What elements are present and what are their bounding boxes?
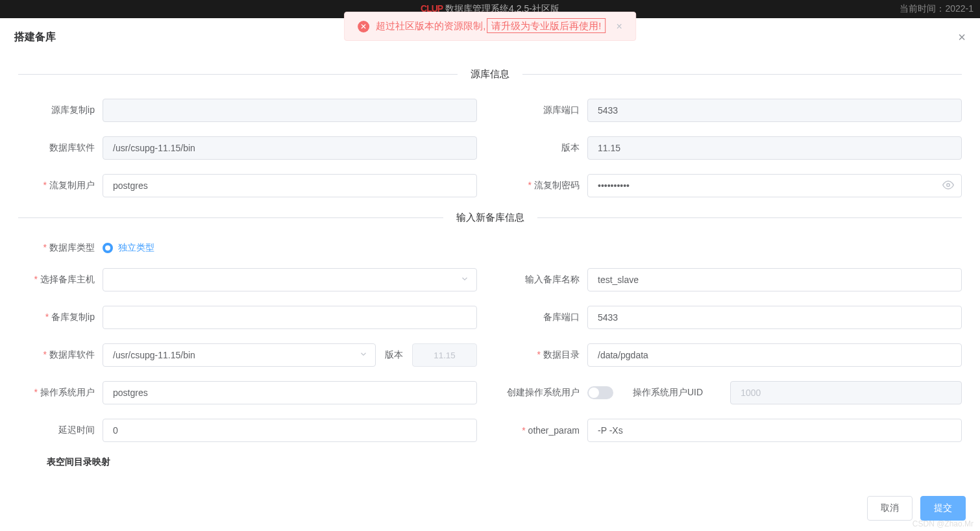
repl-user-input[interactable]: [103, 174, 477, 197]
other-param-label: other_param: [503, 425, 587, 436]
section-divider-source: 源库信息: [18, 68, 962, 80]
data-dir-input[interactable]: [587, 343, 962, 367]
current-time: 当前时间：2022-1: [900, 3, 974, 15]
repl-pass-input[interactable]: [587, 174, 962, 197]
create-os-user-switch[interactable]: [587, 386, 613, 399]
os-user-input[interactable]: [103, 381, 477, 404]
section-divider-target: 输入新备库信息: [18, 212, 962, 224]
close-icon[interactable]: ×: [617, 21, 622, 32]
input-name-input[interactable]: [587, 268, 962, 291]
src-port-label: 源库端口: [503, 105, 587, 116]
target-version-input: [412, 343, 477, 367]
db-software-input[interactable]: [103, 136, 477, 160]
create-os-user-label: 创建操作系统用户: [503, 387, 587, 399]
page-title: 搭建备库: [14, 31, 56, 44]
tablespace-label: 表空间目录映射: [18, 456, 962, 468]
eye-icon[interactable]: [942, 179, 954, 193]
data-dir-label: 数据目录: [503, 349, 587, 361]
db-type-label: 数据库类型: [18, 242, 103, 254]
db-software-label: 数据库软件: [18, 142, 103, 154]
src-port-input[interactable]: [587, 99, 962, 122]
repl-pass-label: 流复制密码: [503, 180, 587, 191]
input-name-label: 输入备库名称: [503, 274, 587, 286]
target-version-label: 版本: [385, 349, 403, 361]
target-software-label: 数据库软件: [18, 349, 103, 361]
delay-label: 延迟时间: [18, 425, 103, 436]
target-ip-input[interactable]: [103, 306, 477, 329]
svg-point-0: [947, 183, 950, 186]
db-type-radio[interactable]: 独立类型: [103, 242, 154, 254]
error-icon: ✕: [358, 21, 369, 32]
os-user-label: 操作系统用户: [18, 387, 103, 399]
select-host-label: 选择备库主机: [18, 274, 103, 286]
delay-input[interactable]: [103, 419, 477, 442]
src-ip-input[interactable]: [103, 99, 477, 122]
radio-checked-icon: [103, 243, 113, 253]
modal-close-icon[interactable]: ×: [958, 30, 966, 45]
version-input[interactable]: [587, 136, 962, 160]
select-host-input[interactable]: [103, 268, 477, 291]
alert-message: 超过社区版本的资源限制,请升级为专业版后再使用!: [376, 20, 606, 32]
os-uid-label: 操作系统用户UID: [633, 387, 711, 399]
os-uid-input: [730, 381, 962, 404]
version-label: 版本: [503, 142, 587, 154]
target-port-label: 备库端口: [503, 312, 587, 323]
other-param-input[interactable]: [587, 419, 962, 442]
repl-user-label: 流复制用户: [18, 180, 103, 191]
src-ip-label: 源库复制ip: [18, 105, 103, 116]
error-alert: ✕ 超过社区版本的资源限制,请升级为专业版后再使用! ×: [344, 12, 636, 41]
target-software-select[interactable]: [103, 343, 376, 367]
target-ip-label: 备库复制ip: [18, 312, 103, 323]
target-port-input[interactable]: [587, 306, 962, 329]
